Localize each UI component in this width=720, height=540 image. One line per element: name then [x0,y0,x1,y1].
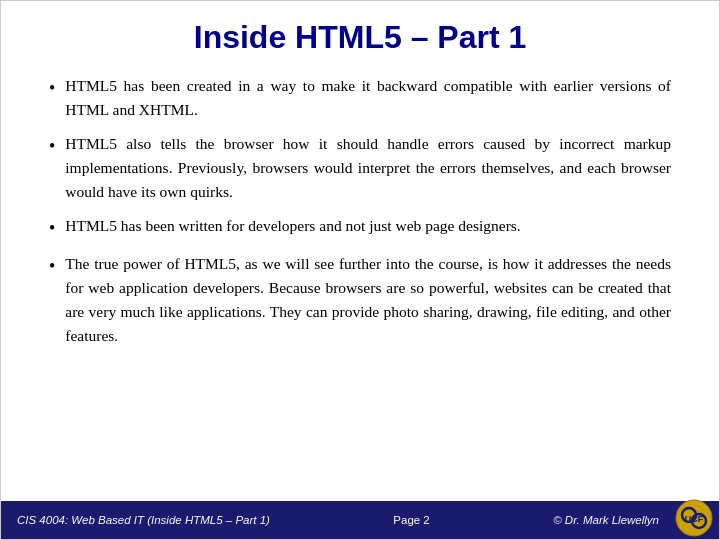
bullet-item-4: • The true power of HTML5, as we will se… [49,252,671,348]
bullet-item-1: • HTML5 has been created in a way to mak… [49,74,671,122]
bullet-text-3: HTML5 has been written for developers an… [65,214,520,238]
bullet-dot-1: • [49,75,55,102]
svg-text:UCF: UCF [685,514,704,524]
footer-page-number: Page 2 [393,514,429,526]
bullet-dot-2: • [49,133,55,160]
bullet-dot-4: • [49,253,55,280]
slide-footer: CIS 4004: Web Based IT (Inside HTML5 – P… [1,501,719,539]
bullet-text-1: HTML5 has been created in a way to make … [65,74,671,122]
bullet-dot-3: • [49,215,55,242]
ucf-logo: UCF [675,499,713,537]
bullet-item-2: • HTML5 also tells the browser how it sh… [49,132,671,204]
footer-copyright: © Dr. Mark Llewellyn [553,514,659,526]
bullet-item-3: • HTML5 has been written for developers … [49,214,671,242]
slide-content: • HTML5 has been created in a way to mak… [1,66,719,501]
slide-title: Inside HTML5 – Part 1 [1,1,719,66]
slide: Inside HTML5 – Part 1 • HTML5 has been c… [0,0,720,540]
footer-course-label: CIS 4004: Web Based IT (Inside HTML5 – P… [17,514,270,526]
bullet-text-4: The true power of HTML5, as we will see … [65,252,671,348]
bullet-text-2: HTML5 also tells the browser how it shou… [65,132,671,204]
